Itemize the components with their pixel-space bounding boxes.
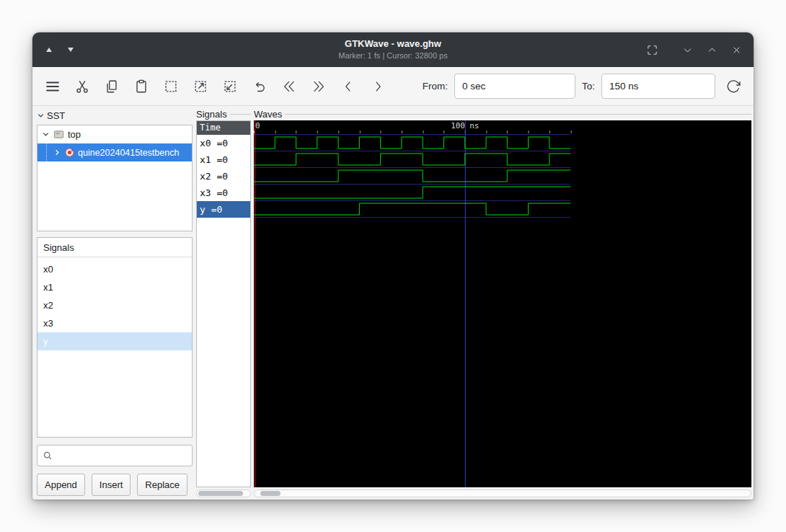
signals-panel-label: Signals bbox=[196, 107, 251, 120]
insert-button[interactable]: Insert bbox=[92, 474, 131, 496]
paste-button[interactable] bbox=[130, 75, 153, 98]
pane-up-button[interactable] bbox=[44, 45, 54, 55]
double-chevron-right-icon bbox=[311, 79, 327, 94]
tree-guide-line bbox=[46, 143, 50, 161]
fit-to-window-icon bbox=[646, 44, 658, 56]
tree-item-testbench[interactable]: quine20240415testbench bbox=[37, 143, 192, 161]
dashed-selection-icon bbox=[163, 79, 179, 94]
name-row-x3[interactable]: x3 =0 bbox=[197, 185, 250, 201]
from-input[interactable] bbox=[454, 74, 575, 99]
window-title: GTKWave - wave.ghw bbox=[338, 38, 447, 50]
chevron-right-icon bbox=[370, 79, 386, 94]
window-title-area: GTKWave - wave.ghw Marker: 1 fs | Cursor… bbox=[338, 38, 447, 61]
signal-item-x3[interactable]: x3 bbox=[37, 314, 192, 332]
window-maximize-button[interactable] bbox=[705, 43, 719, 57]
name-row-x0[interactable]: x0 =0 bbox=[197, 135, 250, 151]
signal-item-x0[interactable]: x0 bbox=[37, 260, 192, 278]
sst-signals-list: Signals x0 x1 x2 x3 y bbox=[37, 237, 193, 438]
search-icon bbox=[43, 451, 53, 461]
zoom-fit-button[interactable] bbox=[159, 75, 182, 98]
pane-down-button[interactable] bbox=[66, 45, 76, 55]
module-icon bbox=[53, 129, 64, 140]
copy-icon bbox=[104, 79, 120, 94]
hamburger-menu-icon bbox=[45, 79, 61, 94]
zoom-to-end-button[interactable] bbox=[307, 75, 330, 98]
scissors-icon bbox=[74, 79, 90, 94]
triangle-up-icon bbox=[45, 46, 53, 53]
name-row-x1[interactable]: x1 =0 bbox=[197, 151, 250, 168]
signal-item-x2[interactable]: x2 bbox=[37, 296, 192, 314]
menu-button[interactable] bbox=[41, 75, 64, 98]
time-header[interactable]: Time bbox=[197, 121, 250, 135]
shift-left-button[interactable] bbox=[337, 75, 360, 98]
reload-button[interactable] bbox=[722, 75, 745, 98]
replace-button[interactable]: Replace bbox=[137, 474, 187, 496]
svg-text:0: 0 bbox=[255, 121, 260, 130]
main-area: SST top quine20240415testbench Signals x… bbox=[32, 106, 754, 500]
signal-item-x1[interactable]: x1 bbox=[37, 278, 192, 296]
sst-tree: top quine20240415testbench bbox=[37, 125, 193, 231]
wave-canvas[interactable]: 0100 ns bbox=[254, 120, 751, 487]
signals-panel-label-text: Signals bbox=[196, 109, 227, 120]
double-chevron-left-icon bbox=[281, 79, 297, 94]
chevron-down-icon bbox=[37, 112, 45, 120]
window-fit-button[interactable] bbox=[645, 43, 660, 58]
window-close-button[interactable] bbox=[730, 43, 743, 57]
zoom-to-start-button[interactable] bbox=[278, 75, 301, 98]
testbench-icon bbox=[64, 147, 75, 158]
sst-panel: SST top quine20240415testbench Signals x… bbox=[35, 107, 195, 497]
shrink-arrow-icon bbox=[222, 79, 238, 94]
waves-panel: Waves 0100 ns bbox=[254, 107, 751, 497]
zoom-out-button[interactable] bbox=[218, 75, 242, 98]
waves-hscrollbar-thumb[interactable] bbox=[260, 491, 281, 496]
signal-names-list: Time x0 =0 x1 =0 x2 =0 x3 =0 y =0 bbox=[196, 120, 251, 487]
name-row-y[interactable]: y =0 bbox=[197, 201, 250, 218]
sst-section-header[interactable]: SST bbox=[37, 107, 193, 123]
tree-item-label: top bbox=[68, 129, 81, 140]
window-minimize-button[interactable] bbox=[681, 43, 694, 57]
shift-right-button[interactable] bbox=[366, 75, 389, 98]
name-row-x2[interactable]: x2 =0 bbox=[197, 168, 250, 185]
undo-button[interactable] bbox=[248, 75, 271, 98]
chevron-right-icon bbox=[53, 148, 61, 156]
copy-button[interactable] bbox=[100, 75, 123, 98]
toolbar: From: To: bbox=[32, 67, 754, 106]
names-hscrollbar-thumb[interactable] bbox=[198, 491, 243, 496]
signal-search-box[interactable] bbox=[37, 445, 193, 466]
window-status-subtitle: Marker: 1 fs | Cursor: 32800 ps bbox=[338, 50, 447, 61]
search-input[interactable] bbox=[57, 450, 187, 462]
append-button[interactable]: Append bbox=[37, 474, 85, 496]
to-label: To: bbox=[582, 81, 595, 92]
titlebar[interactable]: GTKWave - wave.ghw Marker: 1 fs | Cursor… bbox=[32, 32, 754, 67]
waves-panel-label-text: Waves bbox=[254, 109, 282, 120]
signal-item-y[interactable]: y bbox=[37, 332, 192, 350]
chevron-down-icon bbox=[682, 45, 693, 56]
waveform-plot: 0100 ns bbox=[254, 120, 751, 487]
sst-label: SST bbox=[47, 110, 65, 121]
titlebar-left-controls bbox=[44, 32, 76, 67]
names-hscrollbar[interactable] bbox=[196, 489, 251, 497]
tree-item-label: quine20240415testbench bbox=[78, 148, 179, 158]
signals-list-title: Signals bbox=[37, 238, 192, 257]
waves-hscrollbar[interactable] bbox=[254, 489, 751, 497]
triangle-down-icon bbox=[67, 46, 74, 53]
signal-names-panel: Signals Time x0 =0 x1 =0 x2 =0 x3 =0 y =… bbox=[196, 107, 251, 497]
to-input[interactable] bbox=[601, 74, 715, 99]
cut-button[interactable] bbox=[71, 75, 94, 98]
from-label: From: bbox=[423, 81, 448, 92]
clipboard-icon bbox=[133, 79, 149, 94]
reload-icon bbox=[725, 79, 741, 94]
tree-item-top[interactable]: top bbox=[37, 125, 192, 143]
sst-buttons: Append Insert Replace bbox=[37, 474, 193, 496]
close-icon bbox=[731, 45, 742, 56]
window-controls bbox=[645, 32, 743, 67]
chevron-up-icon bbox=[707, 45, 717, 56]
expand-arrow-icon bbox=[193, 79, 208, 94]
waves-panel-label: Waves bbox=[254, 107, 751, 120]
chevron-down-icon bbox=[42, 130, 50, 138]
chevron-left-icon bbox=[340, 79, 356, 94]
zoom-in-button[interactable] bbox=[189, 75, 212, 98]
gtkwave-window: GTKWave - wave.ghw Marker: 1 fs | Cursor… bbox=[32, 32, 754, 500]
undo-icon bbox=[252, 79, 268, 94]
